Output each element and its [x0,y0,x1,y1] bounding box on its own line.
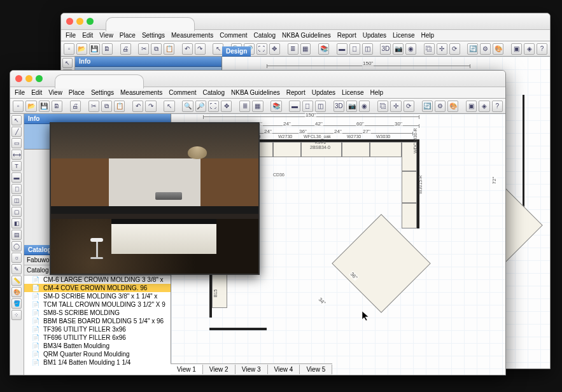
catalog-item[interactable]: BM3/4 Batten Moulding [24,342,171,350]
rect-icon[interactable]: ▭ [11,138,22,148]
print-icon[interactable]: 🖨 [120,43,131,55]
menu-catalog[interactable]: Catalog [252,32,277,39]
color-icon[interactable]: 🎨 [493,43,503,55]
menu-report[interactable]: Report [335,32,358,39]
palette-icon[interactable]: 🎨 [11,287,22,297]
settings-icon[interactable]: ⚙ [435,101,446,112]
copy-obj-icon[interactable]: ⿻ [424,43,435,55]
minimize-icon[interactable] [76,18,83,25]
zoom-icon[interactable] [87,18,94,25]
undo-icon[interactable]: ↶ [132,101,143,112]
view-tab-3[interactable]: View 3 [235,365,268,374]
close-icon[interactable] [15,75,22,82]
catalog-item[interactable]: SM-D SCRIBE MOLDING 3/8" x 1 1/4" x [24,292,171,300]
menu-updates[interactable]: Updates [310,89,337,96]
door-icon[interactable]: ⎕ [349,43,360,55]
camera-icon[interactable]: 📷 [346,101,357,112]
menu-settings[interactable]: Settings [89,89,116,96]
menu-view[interactable]: View [97,32,115,39]
cube-icon[interactable]: ◈ [479,101,489,112]
camera-icon[interactable]: 📷 [393,43,404,55]
catalog-item[interactable]: TF696 UTILITY FILLER 6x96 [24,333,171,342]
window-tool-icon[interactable]: ◫ [11,195,22,206]
menu-edit[interactable]: Edit [80,32,95,39]
window-icon[interactable]: ◫ [315,101,326,112]
color-icon[interactable]: 🎨 [447,101,458,112]
file-open-icon[interactable]: 📂 [25,101,36,112]
catalog-item[interactable]: QRM Quarter Round Moulding [24,350,171,358]
window-icon[interactable]: ◫ [362,43,373,55]
pointer-icon[interactable]: ↖ [62,58,73,68]
appliance-icon[interactable]: ◧ [11,218,22,228]
menu-help[interactable]: Help [368,89,385,96]
move-icon[interactable]: ✢ [390,101,401,112]
help-icon[interactable]: ? [492,101,503,112]
menu-nkba-guidelines[interactable]: NKBA Guidelines [280,32,333,39]
refresh-icon[interactable]: 🔄 [467,43,478,55]
cube-icon[interactable]: ◈ [524,43,535,55]
menu-comment[interactable]: Comment [167,89,198,96]
copy-obj-icon[interactable]: ⿻ [377,101,388,112]
catalog-item[interactable]: TF396 UTILITY FILLER 3x96 [24,325,171,333]
select-icon[interactable]: ↖ [164,101,174,112]
browser-tab[interactable] [55,74,144,88]
render-icon[interactable]: ◉ [359,101,370,112]
menu-license[interactable]: License [391,32,416,39]
catalog-icon[interactable]: 📚 [270,101,281,112]
catalog-item[interactable]: CM-6 LARGE CROWN MOLDING 3 3/8" x [24,276,171,284]
dim-icon[interactable]: ⟷ [11,150,22,160]
rotate-icon[interactable]: ⟳ [404,101,414,112]
catalog-item[interactable]: CM-4 COVE CROWN MOLDING. 96 [24,284,171,292]
copy-icon[interactable]: ⧉ [151,43,162,55]
pan-icon[interactable]: ✥ [221,101,232,112]
pan-icon[interactable]: ✥ [269,43,280,55]
menu-file[interactable]: File [64,32,78,39]
menu-view[interactable]: View [46,89,64,96]
file-new-icon[interactable]: ▫ [64,43,74,55]
file-new-icon[interactable]: ▫ [13,101,24,112]
menu-comment[interactable]: Comment [218,32,249,39]
browser-tab[interactable] [106,17,195,31]
paste-icon[interactable]: 📋 [164,43,174,55]
cabinet[interactable] [402,203,417,228]
cabinet[interactable] [370,142,402,157]
box-icon[interactable]: ▣ [511,43,522,55]
line-icon[interactable]: ╱ [11,127,22,137]
save-all-icon[interactable]: 🗎 [52,101,62,112]
3d-icon[interactable]: 3D [380,43,391,55]
menu-measurements[interactable]: Measurements [169,32,215,39]
view-tab-2[interactable]: View 2 [203,365,235,374]
menu-license[interactable]: License [340,89,365,96]
sink-icon[interactable]: ◯ [11,241,22,251]
render-icon[interactable]: ◉ [405,43,416,55]
layers-icon[interactable]: ≣ [288,43,299,55]
menu-settings[interactable]: Settings [140,32,167,39]
wall-icon[interactable]: ▬ [289,101,300,112]
file-open-icon[interactable]: 📂 [76,43,87,55]
view-tab-5[interactable]: View 5 [300,365,332,374]
catalog-item[interactable]: TCM TALL CROWN MOULDING 3 1/2" X 9 [24,300,171,309]
menu-place[interactable]: Place [118,32,137,39]
eyedrop-icon[interactable]: ⁘ [11,310,22,320]
settings-icon[interactable]: ⚙ [480,43,491,55]
catalog-item[interactable]: BBM BASE BOARD MOLDING 5 1/4" x 96 [24,317,171,325]
move-icon[interactable]: ✢ [437,43,447,55]
grid-icon[interactable]: ▦ [300,43,311,55]
rotate-icon[interactable]: ⟳ [449,43,460,55]
zoom-out-icon[interactable]: 🔎 [195,101,206,112]
pointer-icon[interactable]: ↖ [11,115,22,125]
cabinet[interactable] [273,142,301,157]
copy-icon[interactable]: ⧉ [101,101,112,112]
measure-icon[interactable]: 📏 [11,276,22,286]
zoom-fit-icon[interactable]: ⛶ [208,101,219,112]
bucket-icon[interactable]: 🪣 [11,298,22,309]
save-all-icon[interactable]: 🗎 [102,43,113,55]
box-icon[interactable]: ▣ [466,101,477,112]
save-icon[interactable]: 💾 [39,101,50,112]
close-icon[interactable] [66,18,73,25]
paste-icon[interactable]: 📋 [114,101,125,112]
cabinet-icon[interactable]: ▢ [11,207,22,217]
help-icon[interactable]: ? [537,43,547,55]
3d-icon[interactable]: 3D [334,101,344,112]
door-icon[interactable]: ⎕ [302,101,313,112]
